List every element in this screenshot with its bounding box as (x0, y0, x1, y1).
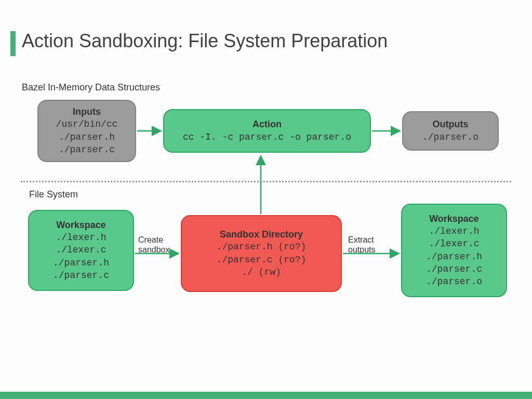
section-label-bottom: File System (29, 189, 78, 200)
sandbox-box: Sandbox Directory ./parser.h (ro?) ./par… (181, 215, 342, 292)
workspace-after-body: ./lexer.h ./lexer.c ./parser.h ./parser.… (426, 225, 482, 288)
action-body: cc -I. -c parser.c -o parser.o (183, 131, 351, 143)
sandbox-body: ./parser.h (ro?) ./parser.c (ro?) ./ (rw… (217, 241, 307, 278)
section-label-top: Bazel In-Memory Data Structures (22, 82, 160, 93)
arrow-label-create-sandbox: Create sandbox (138, 235, 170, 255)
divider (21, 181, 511, 182)
inputs-body: /usr/bin/cc ./parser.h ./parser.c (56, 118, 118, 156)
footer-accent-bar (0, 392, 532, 399)
workspace-after-heading: Workspace (429, 213, 479, 225)
workspace-before-body: ./lexer.h ./lexer.c ./parser.h ./parser.… (53, 231, 109, 282)
inputs-heading: Inputs (73, 106, 101, 118)
inputs-box: Inputs /usr/bin/cc ./parser.h ./parser.c (37, 100, 136, 162)
slide: Action Sandboxing: File System Preparati… (0, 0, 532, 399)
page-title: Action Sandboxing: File System Preparati… (22, 30, 388, 52)
arrows-layer (0, 0, 532, 399)
title-accent-bar (10, 31, 16, 56)
outputs-box: Outputs ./parser.o (402, 111, 499, 151)
workspace-after-box: Workspace ./lexer.h ./lexer.c ./parser.h… (401, 204, 507, 297)
outputs-body: ./parser.o (422, 131, 478, 143)
arrow-label-extract-outputs: Extract outputs (348, 235, 375, 255)
sandbox-heading: Sandbox Directory (220, 229, 303, 241)
workspace-before-box: Workspace ./lexer.h ./lexer.c ./parser.h… (28, 210, 134, 291)
action-box: Action cc -I. -c parser.c -o parser.o (163, 109, 371, 153)
workspace-before-heading: Workspace (56, 219, 106, 231)
action-heading: Action (252, 118, 282, 130)
outputs-heading: Outputs (433, 118, 469, 130)
